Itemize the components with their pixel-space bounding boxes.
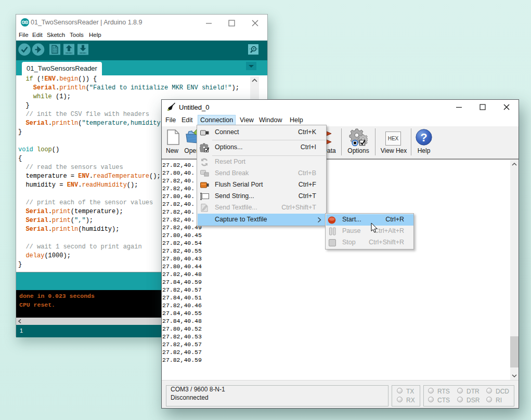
svg-text:?: ?	[420, 131, 427, 144]
